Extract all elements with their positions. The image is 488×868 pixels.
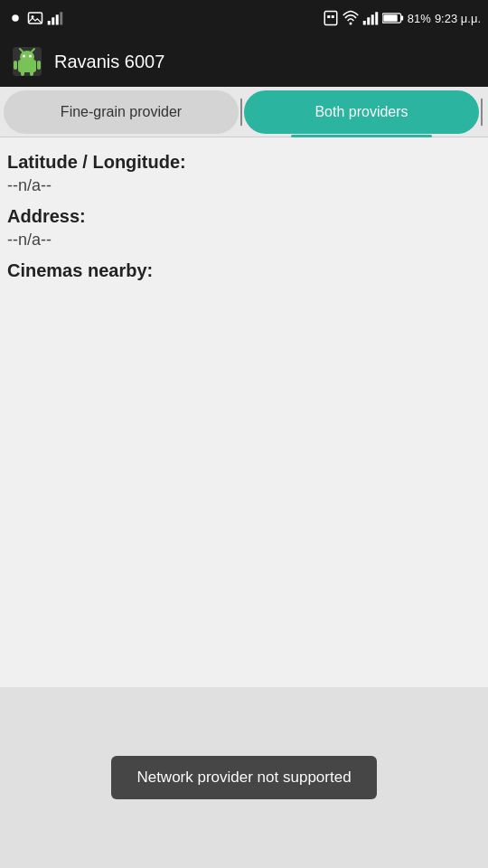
time: 9:23 μ.μ. <box>435 12 481 25</box>
toast-text: Network provider not supported <box>136 769 351 786</box>
battery-percent: 81% <box>408 12 431 25</box>
address-value: --n/a-- <box>7 231 481 250</box>
svg-point-20 <box>20 51 34 63</box>
svg-rect-27 <box>21 71 24 76</box>
svg-rect-6 <box>60 12 62 24</box>
app-title: Ravanis 6007 <box>54 52 164 72</box>
svg-rect-14 <box>375 12 378 24</box>
svg-point-22 <box>29 55 32 58</box>
status-bar-right-info: 81% 9:23 μ.μ. <box>323 10 481 26</box>
image-icon <box>27 10 43 26</box>
svg-rect-16 <box>400 15 403 20</box>
status-bar: 81% 9:23 μ.μ. <box>0 0 488 36</box>
tab-divider <box>240 99 242 126</box>
wifi-icon <box>343 10 359 26</box>
svg-rect-13 <box>371 14 374 24</box>
main-content: Latitude / Longitude: --n/a-- Address: -… <box>0 137 488 680</box>
bottom-area: Network provider not supported <box>0 687 488 868</box>
tab-fine-grain-label: Fine-grain provider <box>61 104 182 120</box>
svg-rect-7 <box>324 12 337 25</box>
svg-rect-3 <box>48 21 51 25</box>
sim-icon <box>323 10 339 26</box>
address-label: Address: <box>7 206 481 227</box>
svg-rect-12 <box>367 17 370 24</box>
tab-both-providers-label: Both providers <box>314 104 408 120</box>
toast-notification: Network provider not supported <box>111 756 376 799</box>
svg-rect-26 <box>37 61 41 70</box>
svg-rect-17 <box>383 14 397 22</box>
svg-rect-5 <box>56 14 59 24</box>
svg-rect-4 <box>52 17 54 24</box>
cell-signal-icon <box>362 10 379 26</box>
svg-rect-25 <box>14 61 17 70</box>
signal-icon <box>47 10 63 26</box>
svg-point-21 <box>23 55 25 58</box>
svg-point-0 <box>12 14 19 22</box>
svg-rect-28 <box>30 71 33 76</box>
app-icon <box>11 45 43 78</box>
app-bar: Ravanis 6007 <box>0 36 488 87</box>
svg-rect-11 <box>363 21 366 25</box>
svg-rect-9 <box>332 15 334 18</box>
tab-bar: Fine-grain provider Both providers <box>0 87 488 137</box>
svg-rect-8 <box>327 15 330 18</box>
cinemas-label: Cinemas nearby: <box>7 260 481 281</box>
lat-lon-value: --n/a-- <box>7 176 481 195</box>
tab-divider-right <box>481 99 483 126</box>
status-bar-left-icons <box>7 10 63 26</box>
svg-point-10 <box>349 23 352 25</box>
lat-lon-label: Latitude / Longitude: <box>7 152 481 173</box>
battery-icon <box>382 12 404 24</box>
notification-icon <box>7 10 23 26</box>
tab-both-providers[interactable]: Both providers <box>244 90 479 134</box>
tab-fine-grain[interactable]: Fine-grain provider <box>4 90 239 134</box>
